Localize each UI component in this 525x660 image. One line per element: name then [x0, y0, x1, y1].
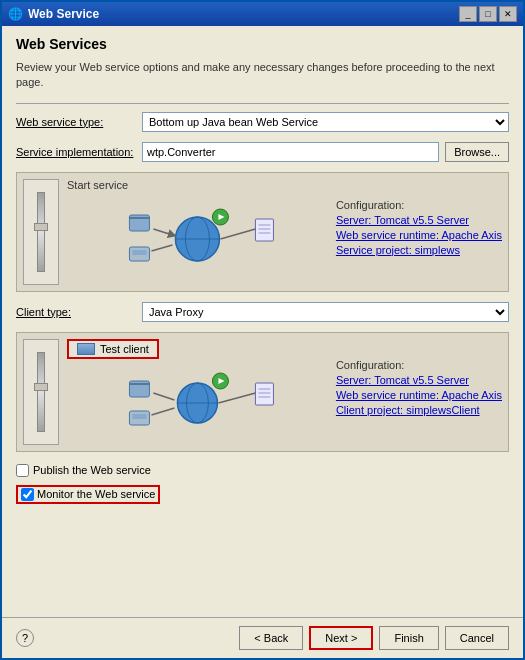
- publish-label: Publish the Web service: [33, 464, 151, 476]
- service-type-label: Web service type:: [16, 116, 136, 128]
- svg-line-21: [153, 393, 174, 400]
- close-button[interactable]: ✕: [499, 6, 517, 22]
- page-description: Review your Web service options and make…: [16, 60, 509, 91]
- page-title: Web Services: [16, 36, 509, 52]
- test-client-label: Test client: [100, 343, 149, 355]
- service-slider-thumb[interactable]: [34, 223, 48, 231]
- client-diagram-svg: [67, 363, 328, 438]
- client-slider-panel: [23, 339, 59, 445]
- service-type-select-wrapper: Bottom up Java bean Web Service: [142, 112, 509, 132]
- finish-button[interactable]: Finish: [379, 626, 438, 650]
- svg-rect-23: [132, 414, 146, 419]
- footer: ? < Back Next > Finish Cancel: [2, 617, 523, 658]
- svg-rect-26: [255, 383, 273, 405]
- help-button[interactable]: ?: [16, 629, 34, 647]
- svg-rect-4: [129, 217, 149, 219]
- svg-rect-7: [132, 250, 146, 255]
- title-buttons: _ □ ✕: [459, 6, 517, 22]
- client-type-select-wrapper: Java Proxy: [142, 302, 509, 322]
- svg-line-8: [151, 245, 172, 251]
- svg-rect-20: [129, 383, 149, 385]
- service-type-select[interactable]: Bottom up Java bean Web Service: [142, 112, 509, 132]
- window-title: Web Service: [28, 7, 99, 21]
- header-divider: [16, 103, 509, 104]
- title-bar: 🌐 Web Service _ □ ✕: [2, 2, 523, 26]
- svg-rect-10: [255, 219, 273, 241]
- service-slider-panel: [23, 179, 59, 285]
- client-config-area: Configuration: Server: Tomcat v5.5 Serve…: [336, 339, 502, 445]
- footer-left: ?: [16, 629, 34, 647]
- service-diagram-svg: [67, 195, 328, 280]
- client-type-row: Client type: Java Proxy: [16, 302, 509, 322]
- service-diagram-label: Start service: [67, 179, 328, 191]
- service-impl-row: Service implementation: Browse...: [16, 142, 509, 162]
- test-client-tab[interactable]: Test client: [67, 339, 159, 359]
- client-panel: Test client: [16, 332, 509, 452]
- back-button[interactable]: < Back: [239, 626, 303, 650]
- monitor-checkbox[interactable]: [21, 488, 34, 501]
- service-project-link[interactable]: Service project: simplews: [336, 244, 502, 256]
- client-type-select[interactable]: Java Proxy: [142, 302, 509, 322]
- svg-line-24: [151, 408, 174, 415]
- title-bar-left: 🌐 Web Service: [8, 7, 99, 21]
- tab-icon: [77, 343, 95, 355]
- client-project-link[interactable]: Client project: simplewsClient: [336, 404, 502, 416]
- service-slider-track: [37, 192, 45, 272]
- minimize-button[interactable]: _: [459, 6, 477, 22]
- client-diagram-container: Test client: [67, 339, 328, 445]
- service-panel: Start service: [16, 172, 509, 292]
- content-area: Web Services Review your Web service opt…: [2, 26, 523, 617]
- service-type-row: Web service type: Bottom up Java bean We…: [16, 112, 509, 132]
- service-server-link[interactable]: Server: Tomcat v5.5 Server: [336, 214, 502, 226]
- maximize-button[interactable]: □: [479, 6, 497, 22]
- publish-checkbox-row: Publish the Web service: [16, 464, 509, 477]
- monitor-label: Monitor the Web service: [37, 488, 155, 500]
- svg-line-9: [220, 229, 255, 239]
- client-slider-thumb[interactable]: [34, 383, 48, 391]
- client-config-label: Configuration:: [336, 359, 502, 371]
- window-icon: 🌐: [8, 7, 23, 21]
- main-window: 🌐 Web Service _ □ ✕ Web Services Review …: [0, 0, 525, 660]
- service-impl-input[interactable]: [142, 142, 439, 162]
- browse-button[interactable]: Browse...: [445, 142, 509, 162]
- publish-checkbox[interactable]: [16, 464, 29, 477]
- client-slider-track: [37, 352, 45, 432]
- service-config-area: Configuration: Server: Tomcat v5.5 Serve…: [336, 179, 502, 285]
- client-runtime-link[interactable]: Web service runtime: Apache Axis: [336, 389, 502, 401]
- footer-buttons: < Back Next > Finish Cancel: [239, 626, 509, 650]
- monitor-checkbox-row: Monitor the Web service: [16, 485, 509, 504]
- next-button[interactable]: Next >: [309, 626, 373, 650]
- service-runtime-link[interactable]: Web service runtime: Apache Axis: [336, 229, 502, 241]
- service-config-label: Configuration:: [336, 199, 502, 211]
- client-type-label: Client type:: [16, 306, 136, 318]
- monitor-checkbox-border: Monitor the Web service: [16, 485, 160, 504]
- client-server-link[interactable]: Server: Tomcat v5.5 Server: [336, 374, 502, 386]
- cancel-button[interactable]: Cancel: [445, 626, 509, 650]
- service-diagram-area: Start service: [67, 179, 328, 285]
- service-impl-label: Service implementation:: [16, 146, 136, 158]
- svg-line-5: [153, 229, 172, 235]
- svg-line-25: [218, 393, 255, 403]
